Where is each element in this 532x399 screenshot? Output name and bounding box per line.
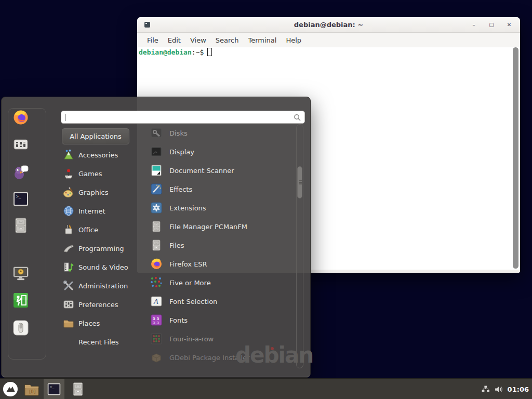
minimize-button[interactable]: – [470,17,477,33]
search-icon [294,114,301,121]
five-or-more-icon [150,276,163,289]
svg-text:>_: >_ [50,385,55,389]
search-field[interactable] [61,111,305,124]
file-cabinet-icon [71,381,85,397]
four-in-a-row-icon [150,332,163,345]
terminal-cursor [207,48,212,56]
internet-icon [63,205,74,217]
search-input[interactable] [65,112,289,122]
menu-edit[interactable]: Edit [163,36,185,44]
office-icon [63,224,74,235]
menu-logo-icon [3,381,18,397]
menu-view[interactable]: View [185,36,211,44]
administration-icon [63,280,74,291]
svg-text:>_: >_ [16,194,21,199]
terminal-launcher-icon[interactable]: >_ [12,191,29,207]
category-administration[interactable]: Administration [62,276,142,295]
category-graphics[interactable]: Graphics [62,183,142,202]
programming-icon [63,243,74,254]
applications-menu: >_ [1,97,311,378]
prompt-user-host: debian@debian [139,48,192,56]
terminal-titlebar[interactable]: debian@debian: ~ – ▢ ✕ [137,17,520,33]
network-icon[interactable] [481,385,490,394]
file-cabinet-icon [150,220,163,233]
app-item-files[interactable]: Files [150,236,294,255]
clock[interactable]: 01:06 [508,385,529,393]
accessories-icon [63,149,74,161]
file-manager-task-button[interactable]: [D] [21,379,43,399]
prompt-path: :~$ [192,48,204,56]
svg-text:a a: a a [153,321,159,325]
menu-button[interactable] [0,379,21,399]
menu-file[interactable]: File [142,36,163,44]
terminal-task-button[interactable]: >_ [44,379,64,399]
maximize-button[interactable]: ▢ [488,17,495,33]
places-icon [63,317,74,329]
app-item-display[interactable]: Display [150,142,294,161]
window-title: debian@debian: ~ [137,21,520,29]
extensions-icon [150,202,163,214]
category-internet[interactable]: Internet [62,202,142,220]
app-item-extensions[interactable]: Extensions [150,198,294,217]
app-list-scrollbar-handle[interactable] [297,166,302,198]
preferences-icon [63,299,74,310]
system-tray: 01:06 [481,379,529,399]
taskbar: [D] >_ [0,378,532,399]
disks-icon [150,127,163,139]
pidgin-icon[interactable] [12,164,29,181]
shutdown-icon[interactable] [12,320,29,336]
firefox-icon [150,258,163,270]
app-item-five-or-more[interactable]: Five or More [150,273,294,292]
category-places[interactable]: Places [62,314,142,332]
category-preferences[interactable]: Preferences [62,295,142,314]
app-item-font-selection[interactable]: A Font Selection [150,292,294,311]
app-item-file-manager-pcmanfm[interactable]: File Manager PCManFM [150,217,294,236]
menu-terminal[interactable]: Terminal [243,36,281,44]
games-icon [63,168,74,179]
app-item-disks[interactable]: Disks [150,124,294,142]
file-cabinet-icon [150,239,163,251]
files-launcher-icon[interactable] [12,217,29,234]
effects-icon [150,183,163,195]
debian-watermark: debian [235,342,313,368]
terminal-window-icon [144,22,150,28]
category-programming[interactable]: Programming [62,239,142,258]
category-sound-video[interactable]: Sound & Video [62,258,142,276]
terminal-menubar: File Edit View Search Terminal Help [137,33,520,47]
category-all-applications[interactable]: All Applications [62,128,129,144]
close-button[interactable]: ✕ [506,17,513,33]
menu-search[interactable]: Search [211,36,244,44]
graphics-icon [63,187,74,198]
settings-icon[interactable] [12,136,29,153]
folder-icon: [D] [24,382,39,396]
logout-icon[interactable] [12,292,29,309]
gdebi-icon [150,351,163,364]
display-icon [150,145,163,158]
font-selection-icon: A [150,295,163,308]
app-list: Disks Display Document Scanner [150,124,294,367]
app-list-scrollbar[interactable] [296,124,303,368]
lock-screen-icon[interactable] [12,265,29,282]
app-item-fonts[interactable]: a a a a Fonts [150,311,294,329]
app-item-firefox-esr[interactable]: Firefox ESR [150,255,294,273]
categories-list: All Applications Accessories [62,128,142,351]
document-scanner-icon [150,164,163,177]
sound-video-icon [63,261,74,273]
app-item-effects[interactable]: Effects [150,180,294,198]
terminal-scrollbar-handle[interactable] [513,47,518,269]
category-office[interactable]: Office [62,220,142,239]
category-accessories[interactable]: Accessories [62,145,142,164]
terminal-icon: >_ [47,382,61,396]
category-games[interactable]: Games [62,164,142,183]
recent-files-spacer [63,336,74,348]
volume-icon[interactable] [494,385,503,394]
svg-text:[D]: [D] [29,390,36,394]
files-task-button[interactable] [66,379,89,399]
firefox-icon[interactable] [12,109,29,126]
category-recent-files[interactable]: Recent Files [62,332,142,351]
menu-help[interactable]: Help [281,36,306,44]
debian-watermark-dot [271,347,274,350]
app-item-document-scanner[interactable]: Document Scanner [150,161,294,180]
svg-text:A: A [153,298,158,305]
terminal-scrollbar[interactable] [512,47,519,269]
